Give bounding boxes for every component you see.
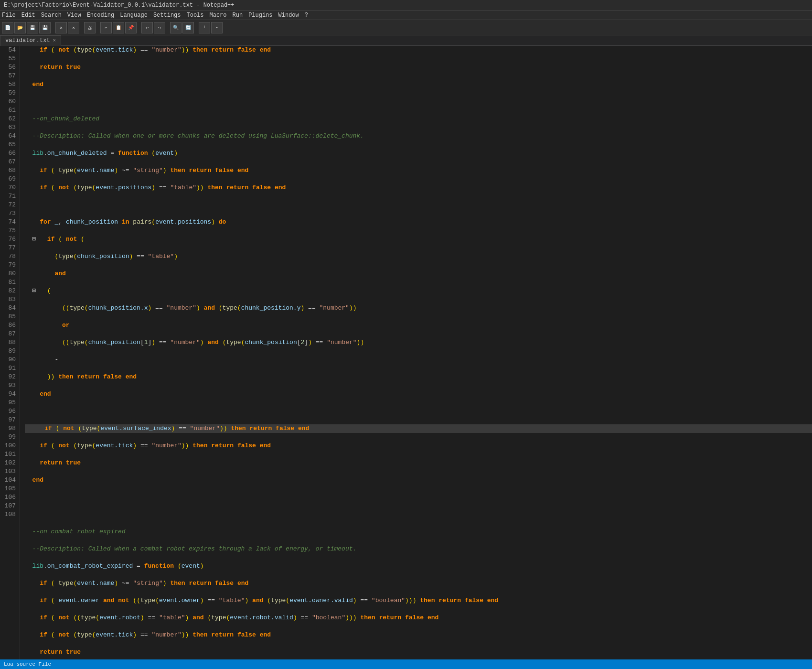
redo-btn[interactable]: ↪ xyxy=(154,22,165,33)
menu-language[interactable]: Language xyxy=(120,12,148,19)
menu-macro[interactable]: Macro xyxy=(210,12,227,19)
close-btn[interactable]: ✕ xyxy=(55,22,67,33)
menu-plugins[interactable]: Plugins xyxy=(248,12,272,19)
status-bar: Lua source File xyxy=(0,659,812,669)
new-btn[interactable]: 📄 xyxy=(2,22,13,33)
menu-view[interactable]: View xyxy=(67,12,81,19)
paste-btn[interactable]: 📌 xyxy=(125,22,137,33)
line-numbers: 54 55 56 57 58 59 60 61 62 63 64 65 66 6… xyxy=(0,46,20,659)
code-content[interactable]: if ( not (type(event.tick) == "number"))… xyxy=(20,46,812,659)
zoom-out-btn[interactable]: - xyxy=(211,22,223,33)
open-btn[interactable]: 📂 xyxy=(14,22,26,33)
replace-btn[interactable]: 🔄 xyxy=(182,22,194,33)
undo-btn[interactable]: ↩ xyxy=(141,22,153,33)
menu-search[interactable]: Search xyxy=(41,12,62,19)
menu-help[interactable]: ? xyxy=(305,12,308,19)
tab-validator[interactable]: validator.txt × xyxy=(0,35,61,46)
menu-edit[interactable]: Edit xyxy=(21,12,35,19)
cut-btn[interactable]: ✂ xyxy=(100,22,112,33)
print-btn[interactable]: 🖨 xyxy=(84,22,96,33)
zoom-in-btn[interactable]: + xyxy=(199,22,210,33)
title-bar: E:\project\Factorio\Event-Validator_0.0.… xyxy=(0,0,812,11)
menu-settings[interactable]: Settings xyxy=(153,12,181,19)
find-btn[interactable]: 🔍 xyxy=(170,22,182,33)
save-all-btn[interactable]: 💾 xyxy=(39,22,51,33)
menu-window[interactable]: Window xyxy=(278,12,299,19)
menu-tools[interactable]: Tools xyxy=(186,12,203,19)
tab-close-btn[interactable]: × xyxy=(53,38,56,43)
save-btn[interactable]: 💾 xyxy=(27,22,38,33)
copy-btn[interactable]: 📋 xyxy=(113,22,124,33)
menu-bar: File Edit Search View Encoding Language … xyxy=(0,11,812,20)
menu-file[interactable]: File xyxy=(2,12,16,19)
menu-run[interactable]: Run xyxy=(233,12,243,19)
title-text: E:\project\Factorio\Event-Validator_0.0.… xyxy=(4,2,234,9)
toolbar: 📄 📂 💾 💾 ✕ ✕ 🖨 ✂ 📋 📌 ↩ ↪ 🔍 🔄 + - xyxy=(0,20,812,35)
status-text: Lua source File xyxy=(4,661,51,667)
tab-label: validator.txt xyxy=(5,37,50,44)
code-area[interactable]: 54 55 56 57 58 59 60 61 62 63 64 65 66 6… xyxy=(0,46,812,659)
close-all-btn[interactable]: ✕ xyxy=(68,22,79,33)
tab-bar: validator.txt × xyxy=(0,35,812,46)
menu-encoding[interactable]: Encoding xyxy=(87,12,115,19)
